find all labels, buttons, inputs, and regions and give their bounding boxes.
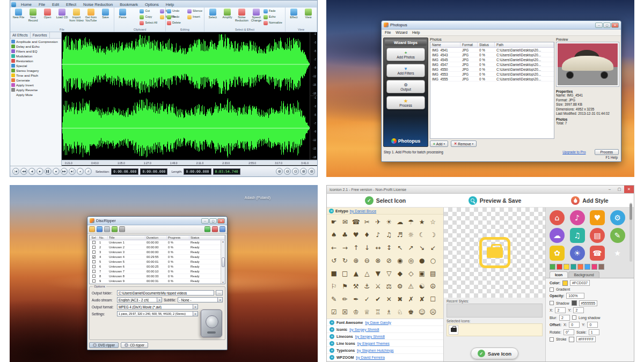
- entypo-icon[interactable]: ✖: [394, 293, 406, 306]
- entypo-icon[interactable]: ☒: [340, 306, 351, 319]
- zoom-button[interactable]: ⊗: [300, 168, 307, 175]
- transport-button[interactable]: ▶: [36, 168, 43, 175]
- effects-tree-item[interactable]: Apply Reverse: [10, 87, 61, 92]
- ribbon-tab[interactable]: Options: [142, 2, 162, 8]
- entypo-icon[interactable]: ☺: [416, 306, 428, 319]
- ribbon-button[interactable]: Load CD: [55, 8, 69, 19]
- select-checkbox[interactable]: [92, 250, 96, 254]
- ribbon-button[interactable]: Copy: [140, 14, 160, 20]
- eject-icon[interactable]: [104, 226, 110, 232]
- entypo-icon[interactable]: ⚖: [384, 280, 395, 293]
- ribbon-button[interactable]: Get from YouTube: [84, 8, 98, 23]
- entypo-icon[interactable]: ☁: [394, 216, 406, 228]
- zoom-button[interactable]: ⊕: [276, 168, 283, 175]
- close-button[interactable]: ✕: [624, 186, 634, 193]
- entypo-icon[interactable]: ↻: [340, 254, 351, 267]
- column-header[interactable]: Status: [189, 236, 225, 239]
- color-swatch[interactable]: [598, 264, 604, 270]
- remove-button[interactable]: ✕ Remove ▾: [451, 141, 477, 147]
- entypo-icon[interactable]: ☾: [416, 228, 428, 241]
- menu-item[interactable]: Wizard: [396, 31, 407, 34]
- effects-tree-item[interactable]: Generate: [10, 78, 61, 83]
- entypo-icon[interactable]: ☯: [416, 280, 428, 293]
- icon-set-row[interactable]: + Line Icons by Elegant Themes: [327, 340, 443, 347]
- icon-set-author-link[interactable]: by Elegant Themes: [357, 342, 390, 345]
- icon-color-swatch[interactable]: [562, 280, 568, 286]
- transport-button[interactable]: ◀◀: [20, 168, 27, 175]
- ribbon-tab[interactable]: Edit: [49, 2, 62, 8]
- entypo-icon[interactable]: ✒: [350, 293, 362, 306]
- entypo-icon[interactable]: ⚒: [350, 280, 362, 293]
- entypo-icon[interactable]: ★: [416, 216, 428, 228]
- menu-item[interactable]: Help: [412, 31, 420, 34]
- title-row[interactable]: 2 Unknown 2 00:00:00 0 % Ready: [90, 245, 225, 250]
- color-swatch[interactable]: [550, 264, 555, 270]
- entypo-icon[interactable]: ⊗: [372, 254, 384, 267]
- select-checkbox[interactable]: [92, 241, 96, 244]
- wizard-step-button[interactable]: + Add Photos: [386, 48, 425, 61]
- style-preset[interactable]: ⌂: [550, 210, 565, 225]
- title-row[interactable]: 3 Unknown 3 00:00:00 0 % Ready: [90, 250, 225, 255]
- entypo-icon[interactable]: ♬: [394, 228, 406, 241]
- ribbon-button[interactable]: Delete: [167, 20, 187, 26]
- entypo-icon[interactable]: ☂: [406, 216, 417, 228]
- scroll-thumb[interactable]: [630, 204, 632, 220]
- photo-row[interactable]: IMG_4541 JPG 0 % C:\Users\Daniel\Desktop…: [430, 48, 554, 53]
- zoom-button[interactable]: ⊙: [292, 168, 299, 175]
- ribbon-button[interactable]: Echo: [264, 14, 284, 20]
- entypo-icon[interactable]: ↖: [394, 241, 406, 254]
- titlebar[interactable]: Iconion 2.1 - Free version - Non-Profit …: [327, 186, 634, 194]
- entypo-icon[interactable]: ♕: [362, 306, 373, 319]
- entypo-icon[interactable]: ☐: [428, 293, 439, 306]
- column-header[interactable]: Progress: [167, 236, 189, 239]
- entypo-icon[interactable]: ▲: [350, 267, 362, 280]
- photo-row[interactable]: IMG_4543 JPG 0 % C:\Users\Daniel\Desktop…: [430, 53, 554, 57]
- entypo-icon[interactable]: ●: [416, 254, 428, 267]
- color-swatch[interactable]: [557, 264, 562, 270]
- icon-set-author-link[interactable]: by David Ferreira: [356, 356, 385, 359]
- entypo-icon[interactable]: ⚔: [372, 280, 384, 293]
- color-swatch[interactable]: [564, 264, 569, 270]
- title-row[interactable]: 1 Unknown 1 00:00:00 0 % Ready: [90, 240, 225, 245]
- entypo-icon[interactable]: ☎: [350, 216, 362, 228]
- entypo-icon[interactable]: ✕: [384, 293, 395, 306]
- ribbon-button[interactable]: Import from Video: [69, 8, 84, 23]
- effects-tree-item[interactable]: Apply Invert: [10, 83, 61, 87]
- entypo-icon[interactable]: ♥: [350, 228, 362, 241]
- save-icon[interactable]: [97, 226, 103, 232]
- ribbon-tab[interactable]: Home: [18, 2, 35, 8]
- transport-button[interactable]: ●: [77, 168, 84, 175]
- entypo-icon[interactable]: ☹: [428, 306, 439, 319]
- output-format-select[interactable]: MPEG 4 (DivX) Movie (*.avi)▾: [117, 304, 198, 309]
- add-button[interactable]: + Add ▾: [430, 141, 448, 147]
- chevron-down-icon[interactable]: ▾: [193, 312, 197, 316]
- expand-plus-icon[interactable]: +: [330, 320, 334, 325]
- entypo-icon[interactable]: ☑: [328, 306, 340, 319]
- entypo-icon[interactable]: ■: [328, 267, 340, 280]
- select-checkbox[interactable]: [92, 279, 96, 283]
- gradient-checkbox[interactable]: [550, 287, 554, 292]
- open-disc-icon[interactable]: [89, 226, 95, 232]
- entypo-icon[interactable]: ▣: [416, 267, 428, 280]
- icon-set-row[interactable]: + Iconic by Sergey Shmidt: [327, 326, 443, 333]
- icon-set-row[interactable]: + Font Awesome by Dave Gandy: [327, 319, 443, 326]
- entypo-icon[interactable]: ⚠: [406, 280, 417, 293]
- minimize-button[interactable]: –: [201, 218, 209, 224]
- entypo-icon[interactable]: ✉: [340, 216, 351, 228]
- entypo-icon[interactable]: ⚓: [362, 280, 373, 293]
- transport-button[interactable]: |◀: [12, 168, 19, 175]
- browse-button[interactable]: ...: [216, 290, 223, 295]
- expand-plus-icon[interactable]: +: [330, 341, 334, 346]
- photo-row[interactable]: IMG_4553 JPG 0 % C:\Users\Daniel\Desktop…: [430, 72, 554, 77]
- style-preset[interactable]: ⚙: [610, 210, 625, 225]
- ribbon-button[interactable]: Open: [40, 8, 55, 19]
- selected-icons-box[interactable]: [447, 323, 543, 336]
- chevron-down-icon[interactable]: ▾: [157, 298, 162, 302]
- time-ruler[interactable]: 0:21.00:43.01:05.01:27.01:49.02:11.02:33…: [62, 160, 317, 165]
- entypo-icon[interactable]: ↘: [416, 241, 428, 254]
- entypo-icon[interactable]: □: [340, 267, 351, 280]
- effects-tree-item[interactable]: Special: [10, 63, 61, 68]
- entypo-icon[interactable]: ▤: [428, 267, 439, 280]
- title-row[interactable]: 9 Unknown 9 00:00:31 0 % Ready: [90, 279, 225, 284]
- effects-tree-item[interactable]: Modulation: [10, 54, 61, 58]
